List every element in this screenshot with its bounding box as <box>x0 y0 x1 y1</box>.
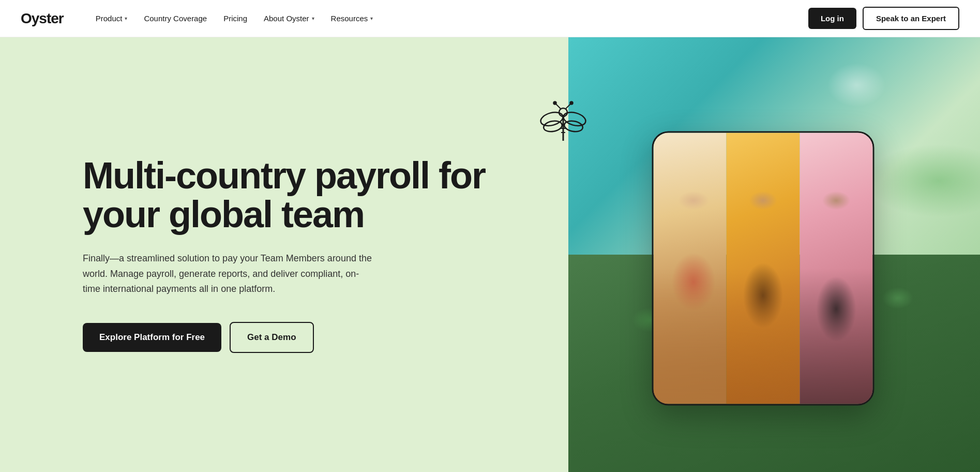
chevron-down-icon: ▾ <box>312 16 314 21</box>
explore-platform-button[interactable]: Explore Platform for Free <box>83 323 221 352</box>
photo-person-1 <box>654 133 727 404</box>
nav-actions: Log in Speak to an Expert <box>808 7 959 30</box>
login-button[interactable]: Log in <box>808 8 856 29</box>
get-demo-button[interactable]: Get a Demo <box>230 322 313 353</box>
photo-person-2 <box>727 133 800 404</box>
navbar: Oyster Product ▾ Country Coverage Pricin… <box>0 0 980 37</box>
nav-country-coverage[interactable]: Country Coverage <box>137 10 214 27</box>
hero-content: Multi-country payroll for your global te… <box>0 37 568 472</box>
chevron-down-icon: ▾ <box>370 16 373 21</box>
speak-to-expert-button[interactable]: Speak to an Expert <box>863 7 959 30</box>
hero-section: Multi-country payroll for your global te… <box>0 37 980 472</box>
hero-description: Finally—a streamlined solution to pay yo… <box>83 251 372 297</box>
nav-about-oyster[interactable]: About Oyster ▾ <box>257 10 322 27</box>
logo[interactable]: Oyster <box>21 10 64 27</box>
hero-imagery <box>568 37 980 472</box>
nav-links: Product ▾ Country Coverage Pricing About… <box>88 10 808 27</box>
hero-title: Multi-country payroll for your global te… <box>83 156 527 234</box>
nav-pricing[interactable]: Pricing <box>216 10 254 27</box>
photo-person-3 <box>800 133 872 404</box>
chevron-down-icon: ▾ <box>125 16 127 21</box>
nav-product[interactable]: Product ▾ <box>88 10 135 27</box>
hero-buttons: Explore Platform for Free Get a Demo <box>83 322 527 353</box>
nav-resources[interactable]: Resources ▾ <box>324 10 381 27</box>
photo-collage <box>652 131 875 406</box>
